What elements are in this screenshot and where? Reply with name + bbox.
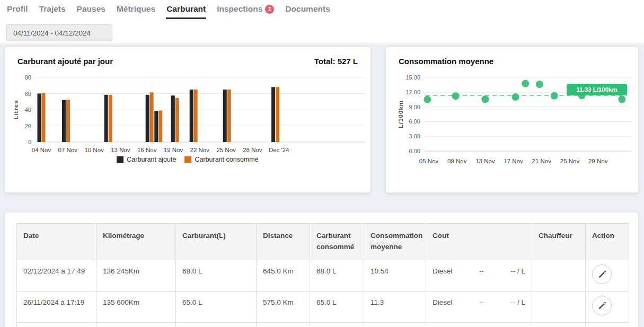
fuel-entries-table-panel: Date Kilométrage Carburant(L) Distance C… [4, 212, 639, 327]
cell-date: 26/11/2024 à 17:19 [17, 291, 96, 322]
col-header-chauffeur: Chauffeur [532, 224, 586, 260]
svg-text:05 Nov: 05 Nov [419, 158, 439, 164]
svg-text:21 Nov: 21 Nov [532, 158, 552, 164]
chart-legend: Carburant ajouté Carburant consommé [5, 156, 370, 163]
svg-text:09 Nov: 09 Nov [447, 158, 467, 164]
svg-text:11.33 L/100km: 11.33 L/100km [576, 86, 617, 93]
svg-text:29 Nov: 29 Nov [588, 158, 608, 164]
col-header-carburant: Carburant(L) [176, 224, 257, 260]
cell-date: 02/12/2024 à 17:49 [17, 260, 96, 291]
cell-conso-moyenne: 10.54 [364, 260, 426, 291]
legend-label-consomme: Carburant consommé [195, 156, 258, 163]
legend-item-carburant-ajoute: Carburant ajouté [117, 156, 176, 163]
cost-value: -- [479, 267, 484, 275]
svg-text:15.00: 15.00 [405, 74, 420, 81]
table-row: 26/11/2024 à 17:19 135 600Km 65.0 L 575.… [17, 291, 629, 322]
svg-text:13 Nov: 13 Nov [111, 147, 130, 153]
cell-cout: Diesel -- -- / L [426, 291, 532, 322]
svg-text:17 Nov: 17 Nov [504, 158, 523, 164]
cell-distance: 575.0 Km [257, 291, 310, 322]
col-header-date: Date [17, 224, 96, 260]
tab-documents[interactable]: Documents [285, 3, 330, 17]
svg-text:0.00: 0.00 [409, 148, 420, 154]
svg-text:0: 0 [28, 139, 31, 145]
cell-consomme: 68.0 L [310, 260, 364, 291]
tab-metriques[interactable]: Métriques [116, 3, 156, 17]
tab-inspections-label: Inspections [217, 4, 262, 13]
tab-trajets[interactable]: Trajets [39, 3, 66, 17]
legend-swatch-consomme [184, 156, 191, 163]
cell-consomme: 65.0 L [310, 291, 364, 322]
svg-text:3.00: 3.00 [409, 133, 420, 139]
cost-per-liter: -- / L [510, 267, 525, 275]
svg-text:20: 20 [25, 123, 31, 129]
cost-per-liter: -- / L [510, 298, 525, 306]
svg-text:40: 40 [25, 107, 31, 113]
svg-text:Dec '24: Dec '24 [269, 147, 289, 153]
tab-pauses[interactable]: Pauses [76, 3, 106, 17]
cell-action [586, 322, 629, 327]
svg-text:13 Nov: 13 Nov [475, 158, 495, 164]
svg-text:22 Nov: 22 Nov [190, 147, 210, 153]
table-row: 22/11/2024 à 19:48 135 025Km 65.0 L 578.… [17, 322, 629, 327]
avg-consumption-scatter-chart: 0.003.006.009.0012.0015.0005 Nov09 Nov13… [395, 69, 635, 173]
content-area: Carburant ajouté par jour Total: 527 L 0… [0, 43, 644, 327]
svg-text:16 Nov: 16 Nov [137, 147, 157, 153]
cell-chauffeur [532, 322, 586, 327]
tab-carburant[interactable]: Carburant [166, 3, 206, 19]
col-header-cout: Cout [426, 224, 532, 260]
svg-text:25 Nov: 25 Nov [560, 158, 580, 164]
cell-distance: 645.0 Km [257, 260, 310, 291]
fuel-added-panel: Carburant ajouté par jour Total: 527 L 0… [4, 47, 371, 193]
legend-label-ajoute: Carburant ajouté [127, 156, 176, 163]
table-row: 02/12/2024 à 17:49 136 245Km 68.0 L 645.… [17, 260, 629, 291]
svg-text:12.00: 12.00 [405, 89, 420, 95]
edit-fuel-entry-button[interactable] [592, 296, 612, 315]
svg-text:28 Nov: 28 Nov [243, 147, 262, 153]
fuel-total-label: Total: 527 L [314, 57, 358, 66]
fuel-added-bar-chart: 02040608004 Nov07 Nov10 Nov13 Nov16 Nov1… [12, 69, 370, 155]
fuel-type: Diesel [433, 298, 453, 306]
table-header-row: Date Kilométrage Carburant(L) Distance C… [17, 224, 629, 260]
avg-consumption-panel: Consommation moyenne 0.003.006.009.0012.… [385, 47, 639, 193]
edit-fuel-entry-button[interactable] [592, 264, 612, 284]
page-header: Profil Trajets Pauses Métriques Carburan… [0, 0, 644, 43]
legend-item-carburant-consomme: Carburant consommé [184, 156, 258, 163]
avg-consumption-chart-title: Consommation moyenne [399, 57, 493, 66]
svg-text:L/100km: L/100km [398, 100, 404, 128]
fuel-entries-table: Date Kilométrage Carburant(L) Distance C… [16, 223, 629, 327]
svg-text:10 Nov: 10 Nov [84, 147, 104, 153]
fuel-type: Diesel [433, 267, 453, 275]
cell-chauffeur [532, 260, 586, 291]
date-range-input[interactable]: 04/11/2024 - 04/12/2024 [6, 24, 112, 41]
cell-action [586, 260, 629, 291]
cell-conso-moyenne: 11.25 [364, 322, 426, 327]
cell-date: 22/11/2024 à 19:48 [17, 322, 96, 327]
svg-text:04 Nov: 04 Nov [32, 147, 51, 153]
svg-text:Litres: Litres [13, 100, 19, 119]
tab-profil[interactable]: Profil [6, 3, 29, 17]
cell-carburant: 65.0 L [176, 291, 257, 322]
col-header-carburant-consomme: Carburant consommé [310, 224, 364, 260]
legend-swatch-ajoute [117, 156, 123, 163]
svg-text:6.00: 6.00 [409, 118, 420, 125]
cell-conso-moyenne: 11.3 [364, 291, 426, 322]
cell-cout: Diesel -- -- / L [426, 260, 532, 291]
pencil-icon [597, 270, 606, 279]
col-header-kilometrage: Kilométrage [96, 224, 176, 260]
col-header-distance: Distance [257, 224, 310, 260]
inspections-count-badge: 1 [265, 5, 274, 14]
col-header-action: Action [586, 224, 629, 260]
cell-carburant: 65.0 L [176, 322, 257, 327]
col-header-consommation-moyenne: Consommation moyenne [364, 224, 426, 260]
svg-text:9.00: 9.00 [409, 104, 420, 110]
svg-text:19 Nov: 19 Nov [164, 147, 183, 153]
fuel-added-chart-title: Carburant ajouté par jour [17, 57, 113, 66]
cell-kilometrage: 135 600Km [96, 291, 176, 322]
cell-consomme: 65.0 L [310, 322, 364, 327]
cell-kilometrage: 136 245Km [96, 260, 176, 291]
cell-action [586, 291, 629, 322]
svg-text:80: 80 [25, 74, 31, 81]
tab-inspections[interactable]: Inspections1 [216, 3, 275, 17]
svg-text:07 Nov: 07 Nov [58, 147, 78, 153]
